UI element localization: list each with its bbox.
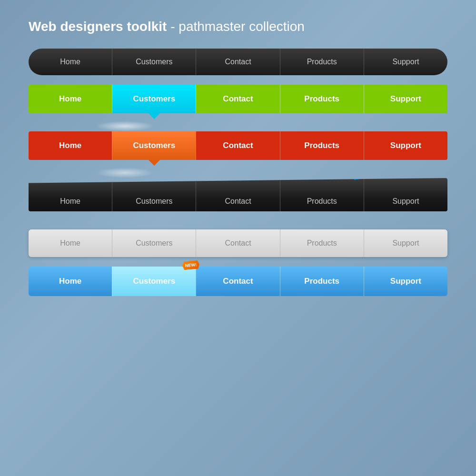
nav3-products[interactable]: Products	[280, 131, 364, 160]
nav1-products[interactable]: Products	[280, 49, 364, 75]
nav3-contact[interactable]: Contact	[196, 131, 279, 160]
nav4-products[interactable]: Products NEW!	[280, 178, 364, 211]
title-light: - pathmaster collection	[170, 19, 305, 34]
nav1-home[interactable]: Home	[29, 49, 112, 75]
nav3-glow	[96, 168, 154, 178]
new-badge-nav4: NEW!	[352, 170, 369, 180]
nav6-support[interactable]: Support	[364, 267, 447, 296]
nav5-contact[interactable]: Contact	[196, 229, 279, 257]
nav-bar-4-wrapper: Home Customers Contact Products NEW! Sup…	[29, 178, 447, 221]
nav2-glow	[96, 121, 154, 131]
nav1-support[interactable]: Support	[364, 49, 447, 75]
nav4-contact[interactable]: Contact	[196, 178, 279, 211]
nav-bar-2: Home Customers Contact Products Support	[29, 85, 447, 113]
title-bold: Web designers toolkit	[29, 19, 167, 34]
nav-bar-3: Home Customers Contact Products Support	[29, 131, 447, 160]
nav6-products[interactable]: Products	[280, 267, 364, 296]
nav5-support[interactable]: Support	[364, 229, 447, 257]
nav5-products[interactable]: Products	[280, 229, 364, 257]
nav6-home[interactable]: Home	[29, 267, 112, 296]
nav6-customers[interactable]: Customers NEW!	[112, 267, 196, 296]
nav1-contact[interactable]: Contact	[196, 49, 279, 75]
nav3-home[interactable]: Home	[29, 131, 112, 160]
nav2-support[interactable]: Support	[364, 85, 447, 113]
nav-bar-6-wrapper: Home Customers NEW! Contact Products Sup…	[29, 267, 447, 306]
new-badge-nav6: NEW!	[182, 260, 200, 270]
nav4-customers[interactable]: Customers	[112, 178, 196, 211]
nav3-support[interactable]: Support	[364, 131, 447, 160]
nav2-contact[interactable]: Contact	[196, 85, 279, 113]
page-title: Web designers toolkit - pathmaster colle…	[29, 19, 447, 34]
nav2-products[interactable]: Products	[280, 85, 364, 113]
nav-bar-4: Home Customers Contact Products NEW! Sup…	[29, 178, 447, 211]
nav2-home[interactable]: Home	[29, 85, 112, 113]
nav4-support[interactable]: Support	[364, 178, 447, 211]
nav-bar-3-wrapper: Home Customers Contact Products Support	[29, 131, 447, 169]
nav3-customers[interactable]: Customers	[112, 131, 196, 160]
nav-bar-2-wrapper: Home Customers Contact Products Support	[29, 85, 447, 123]
nav-bar-6: Home Customers NEW! Contact Products Sup…	[29, 267, 447, 296]
nav1-customers[interactable]: Customers	[112, 49, 196, 75]
nav6-contact[interactable]: Contact	[196, 267, 279, 296]
nav2-customers[interactable]: Customers	[112, 85, 196, 113]
nav-bar-1: Home Customers Contact Products Support	[29, 49, 447, 75]
nav5-home[interactable]: Home	[29, 229, 112, 257]
nav5-customers[interactable]: Customers	[112, 229, 196, 257]
nav-bar-5: Home Customers Contact Products Support	[29, 229, 447, 257]
nav4-home[interactable]: Home	[29, 178, 112, 211]
